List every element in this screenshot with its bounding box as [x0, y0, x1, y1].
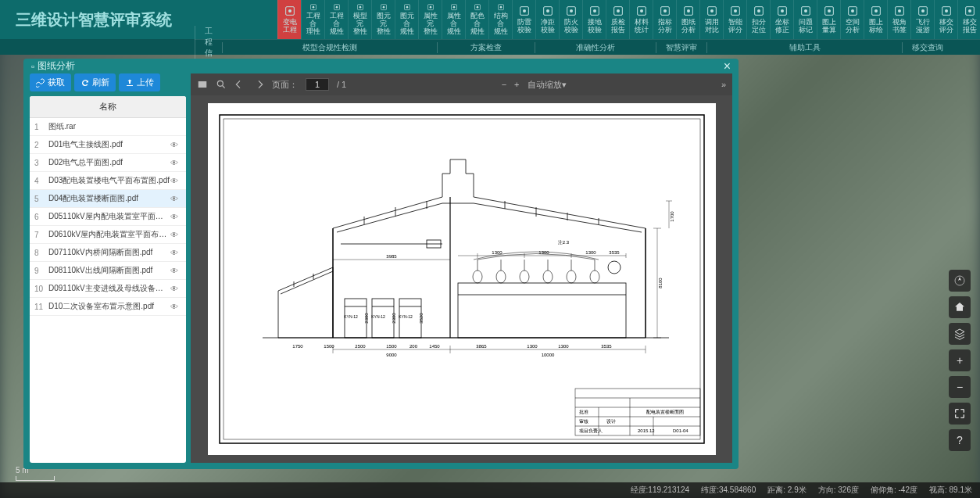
zoom-out-button[interactable]: −: [949, 376, 971, 398]
toolbar-item-26[interactable]: 视角书签: [887, 0, 910, 39]
svg-rect-64: [224, 119, 700, 439]
tools-expand-icon[interactable]: »: [721, 80, 726, 89]
toolbar-item-23[interactable]: 图上量算: [817, 0, 840, 39]
page-total: / 1: [337, 80, 346, 89]
pdf-page-area[interactable]: 3985 1300130013003535 900010000 8100 170…: [191, 95, 732, 463]
tool-icon-9: [495, 3, 507, 11]
next-page-icon[interactable]: [253, 79, 264, 90]
toolbar-item-18[interactable]: 调用对比: [699, 0, 723, 39]
zoom-select[interactable]: 自动缩放▾: [528, 79, 567, 91]
toolbar-item-0[interactable]: 变电工程: [277, 0, 301, 39]
file-name: D08110kV出线间隔断面图.pdf: [48, 265, 170, 276]
svg-point-37: [710, 9, 714, 13]
svg-point-53: [898, 9, 901, 13]
eye-icon[interactable]: 👁: [170, 303, 181, 311]
header: 三维设计智慧评审系统 变电工程工程合理性工程合规性模型完整性图元完整性图元合规性…: [0, 0, 980, 39]
svg-text:3865: 3865: [476, 344, 487, 349]
toolbar-item-12[interactable]: 防火校验: [559, 0, 582, 39]
refresh-button[interactable]: 刷新: [74, 73, 116, 91]
close-icon[interactable]: ×: [724, 59, 731, 73]
file-row[interactable]: 3D02电气总平面图.pdf👁: [30, 154, 186, 172]
eye-icon[interactable]: 👁: [170, 213, 181, 221]
tool-icon-14: [612, 5, 624, 17]
file-row[interactable]: 11D10二次设备室布置示意图.pdf👁: [30, 298, 186, 316]
eye-icon[interactable]: 👁: [170, 159, 181, 167]
svg-text:1700: 1700: [670, 211, 674, 222]
file-row[interactable]: 1图纸.rar: [30, 118, 186, 136]
file-row[interactable]: 2D01电气主接线图.pdf👁: [30, 136, 186, 154]
subgroup-5: 辅助工具: [706, 42, 902, 53]
zoom-in-button[interactable]: +: [949, 349, 971, 371]
page-input[interactable]: [306, 78, 329, 91]
search-icon[interactable]: [216, 79, 227, 90]
svg-text:3535: 3535: [609, 250, 620, 255]
svg-point-29: [617, 9, 620, 13]
toolbar-item-5[interactable]: 图元合规性: [395, 0, 418, 39]
fullscreen-icon[interactable]: [949, 403, 971, 425]
help-icon[interactable]: ?: [949, 429, 971, 451]
tool-icon-18: [706, 5, 718, 17]
toolbar-item-21[interactable]: 坐标修正: [770, 0, 793, 39]
toolbar-item-25[interactable]: 图上标绘: [864, 0, 887, 39]
get-button[interactable]: 获取: [30, 73, 71, 91]
toolbar-item-29[interactable]: 移交报告: [957, 0, 980, 39]
file-row[interactable]: 10D09110kV主变进线及母线设备间隔断面图.pdf👁: [30, 280, 186, 298]
eye-icon[interactable]: 👁: [170, 249, 181, 257]
file-row[interactable]: 7D0610kV屋内配电装置室平面布置图.pdf👁: [30, 226, 186, 244]
tool-icon-7: [448, 3, 460, 11]
eye-icon[interactable]: 👁: [170, 267, 181, 275]
toolbar-item-28[interactable]: 移交评分: [934, 0, 957, 39]
eye-icon[interactable]: 👁: [170, 177, 181, 185]
compass-icon[interactable]: [949, 270, 971, 292]
file-row[interactable]: 4D03配电装置楼电气平面布置图.pdf👁: [30, 172, 186, 190]
toolbar-item-7[interactable]: 属性合规性: [442, 0, 465, 39]
toolbar-item-9[interactable]: 结构合规性: [488, 0, 512, 39]
svg-point-3: [312, 6, 314, 9]
toolbar-item-22[interactable]: 问题标记: [793, 0, 817, 39]
toolbar-item-27[interactable]: 飞行漫游: [910, 0, 934, 39]
toolbar-item-10[interactable]: 防雷校验: [512, 0, 535, 39]
toolbar-item-17[interactable]: 图纸分析: [676, 0, 699, 39]
toolbar-item-1[interactable]: 工程合理性: [301, 0, 324, 39]
refresh-icon: [80, 78, 90, 88]
eye-icon[interactable]: 👁: [170, 195, 181, 203]
sub-header: 工程信息模型合规性检测方案检查准确性分析智慧评审辅助工具移交查询: [0, 39, 980, 55]
file-row[interactable]: 6D05110kV屋内配电装置室平面布置图.pdf👁: [30, 208, 186, 226]
eye-icon[interactable]: 👁: [170, 285, 181, 293]
toolbar-item-13[interactable]: 接地校验: [582, 0, 606, 39]
eye-icon[interactable]: 👁: [170, 141, 181, 149]
toolbar-item-19[interactable]: 智能评分: [723, 0, 746, 39]
svg-point-25: [570, 9, 573, 13]
cad-drawing: 3985 1300130013003535 900010000 8100 170…: [208, 103, 716, 455]
file-row[interactable]: 5D04配电装置楼断面图.pdf👁: [30, 190, 186, 208]
svg-point-85: [473, 270, 482, 283]
toolbar-item-14[interactable]: 质检报告: [606, 0, 629, 39]
toolbar-item-6[interactable]: 属性完整性: [418, 0, 442, 39]
layers-icon[interactable]: [949, 323, 971, 345]
sidebar-toggle-icon[interactable]: [197, 79, 208, 90]
toolbar-item-16[interactable]: 指标分析: [653, 0, 676, 39]
toolbar-item-4[interactable]: 图元完整性: [371, 0, 395, 39]
tool-icon-15: [635, 5, 648, 17]
home-icon[interactable]: [949, 296, 971, 318]
toolbar-item-24[interactable]: 空间分析: [840, 0, 864, 39]
upload-button[interactable]: 上传: [119, 73, 160, 91]
file-name: 图纸.rar: [48, 121, 170, 132]
eye-icon[interactable]: 👁: [170, 231, 181, 239]
svg-text:1300: 1300: [558, 344, 569, 349]
status-pitch: 俯仰角: -42度: [871, 485, 917, 496]
toolbar-item-20[interactable]: 扣分定位: [746, 0, 770, 39]
zoom-in-icon[interactable]: +: [514, 80, 519, 89]
subgroup-3: 准确性分析: [535, 42, 656, 53]
file-row[interactable]: 8D07110kV内桥间隔断面图.pdf👁: [30, 244, 186, 262]
toolbar-item-3[interactable]: 模型完整性: [348, 0, 371, 39]
prev-page-icon[interactable]: [234, 79, 245, 90]
toolbar-item-8[interactable]: 配色合规性: [465, 0, 488, 39]
svg-point-89: [567, 270, 576, 283]
file-row[interactable]: 9D08110kV出线间隔断面图.pdf👁: [30, 262, 186, 280]
svg-point-55: [921, 9, 925, 13]
toolbar-item-11[interactable]: 净距校验: [535, 0, 559, 39]
zoom-out-icon[interactable]: −: [502, 80, 506, 89]
toolbar-item-15[interactable]: 材料统计: [629, 0, 653, 39]
toolbar-item-2[interactable]: 工程合规性: [324, 0, 348, 39]
